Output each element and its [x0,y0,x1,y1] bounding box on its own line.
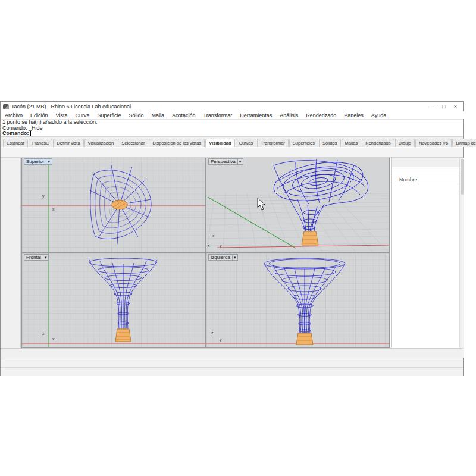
screenshot-canvas: Tacón (21 MB) - Rhino 6 Licencia Lab edu… [0,0,476,476]
menu-paneles[interactable]: Paneles [344,112,364,118]
axis-label-x: x [52,207,55,211]
menu-malla[interactable]: Malla [151,112,164,118]
command-area[interactable]: 1 punto se ha(n) añadido a la selección.… [1,119,463,136]
tab-disposicion-de-las-vistas[interactable]: Disposición de las vistas [149,139,205,147]
axis-label-z: z [42,331,45,336]
viewport-title-label: Perspectiva [211,159,236,164]
axis-label-z: z [211,331,214,335]
tab-seleccionar[interactable]: Seleccionar [118,139,148,147]
scrollbar-thumb[interactable] [461,159,464,195]
panel-tabs [392,158,459,167]
visibility-toolbar [1,147,463,158]
maximize-button[interactable]: □ [442,104,445,109]
rhino-window: Tacón (21 MB) - Rhino 6 Licencia Lab edu… [0,101,464,376]
tab-novedades-v6[interactable]: Novedades V6 [415,139,452,147]
viewport-perspectiva-canvas[interactable] [206,158,389,252]
viewport-menu-arrow-icon[interactable]: ▾ [237,159,242,164]
command-history-line-1: 1 punto se ha(n) añadido a la selección. [2,120,463,126]
menu-solido[interactable]: Sólido [129,112,143,118]
viewport-menu-arrow-icon[interactable]: ▾ [232,255,236,260]
viewport-menu-arrow-icon[interactable]: ▾ [46,159,50,164]
tab-superficies[interactable]: Superficies [289,139,318,147]
menu-acotacion[interactable]: Acotación [172,112,196,118]
menu-herramientas[interactable]: Herramientas [240,112,272,118]
viewport-frontal[interactable]: Frontal ▾ z x [22,253,205,347]
menu-superficie[interactable]: Superficie [97,112,121,118]
tab-dibujo[interactable]: Dibujo [395,139,415,147]
minimize-button[interactable]: – [431,104,434,109]
menu-bar: ArchivoEdiciónVistaCurvaSuperficieSólido… [1,111,467,119]
menu-ayuda[interactable]: Ayuda [371,112,386,118]
tab-definir-vista[interactable]: Definir vista [53,139,83,147]
viewport-title-label: Izquierda [211,255,230,260]
window-title: Tacón (21 MB) - Rhino 6 Licencia Lab edu… [11,104,131,109]
viewport-perspectiva[interactable]: Perspectiva ▾ z x y [206,158,389,252]
viewport-title-frontal[interactable]: Frontal ▾ [24,254,49,261]
axis-label-x: x [52,337,55,341]
tab-planosc[interactable]: PlanosC [29,139,52,147]
status-bar [1,367,463,376]
tab-visibilidad[interactable]: Visibilidad [205,139,234,147]
close-button[interactable]: × [454,104,457,109]
layers-panel-toolbar [392,167,459,176]
viewport-tabs-bar [1,348,463,358]
menu-transformar[interactable]: Transformar [203,112,233,118]
viewport-title-label: Frontal [26,255,41,260]
osnap-bar [1,358,463,367]
tab-solidos[interactable]: Sólidos [319,139,341,147]
menu-analisis[interactable]: Análisis [280,112,298,118]
tab-bitmap-de-fondo[interactable]: Bitmap de fondo [452,139,476,147]
viewport-izquierda[interactable]: Izquierda ▾ z y [206,253,389,347]
axis-label-z: z [212,234,215,238]
axis-label-y: y [42,194,45,198]
viewport-superior[interactable]: Superior ▾ y x [22,158,205,252]
panel-scrollbar[interactable] [459,158,464,358]
menu-curva[interactable]: Curva [75,112,89,118]
title-bar: Tacón (21 MB) - Rhino 6 Licencia Lab edu… [1,102,463,111]
viewport-title-perspectiva[interactable]: Perspectiva ▾ [208,158,243,165]
text-caret [30,131,31,136]
tab-transformar[interactable]: Transformar [257,139,289,147]
viewport-frontal-canvas[interactable] [22,253,205,347]
layers-panel: Nombre [391,158,459,358]
app-icon [3,104,9,109]
menu-vista[interactable]: Vista [56,112,68,118]
viewport-title-superior[interactable]: Superior ▾ [24,158,52,165]
viewport-superior-canvas[interactable] [22,158,205,252]
layers-column-header: Nombre [392,176,459,184]
menu-archivo[interactable]: Archivo [5,112,23,118]
axis-label-y: y [220,243,222,248]
menu-edicion[interactable]: Edición [30,112,48,118]
viewport-izquierda-canvas[interactable] [206,253,389,347]
viewport-grid: Superior ▾ y x [21,158,390,348]
menu-renderizado[interactable]: Renderizado [306,112,336,118]
viewport-title-izquierda[interactable]: Izquierda ▾ [208,254,238,261]
toolbar-tabs-row: EstándarPlanosCDefinir vistaVisualizació… [1,136,463,147]
tab-mallas[interactable]: Mallas [342,139,362,147]
window-controls: –□× [431,104,463,109]
tab-renderizado[interactable]: Renderizado [362,139,394,147]
axis-label-x: x [208,243,210,248]
command-history-line-2: Comando: _Hide [2,126,463,131]
tab-estandar[interactable]: Estándar [3,139,28,147]
tool-sidebar [1,158,21,348]
tab-curvas[interactable]: Curvas [236,139,257,147]
tab-visualizacion[interactable]: Visualización [84,139,118,147]
viewport-title-label: Superior [26,159,44,164]
viewport-menu-arrow-icon[interactable]: ▾ [43,255,47,260]
axis-label-y: y [220,337,222,342]
